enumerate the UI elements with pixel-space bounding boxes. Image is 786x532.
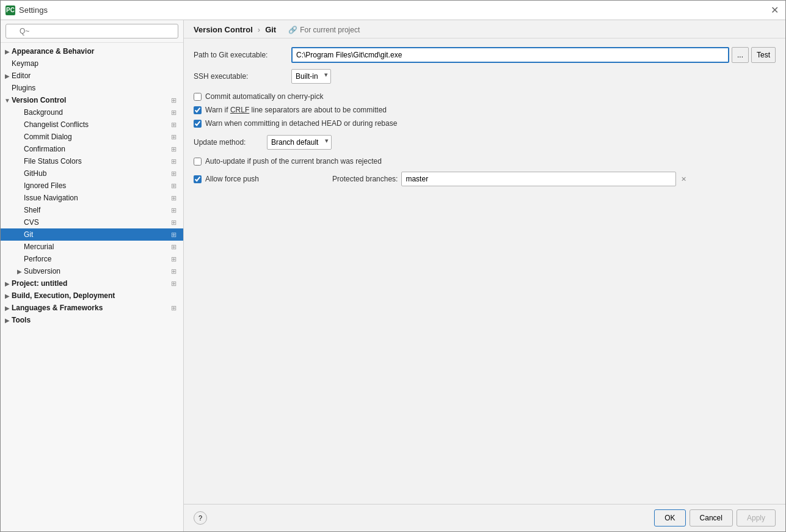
right-panel: Version Control › Git 🔗For current proje… — [184, 20, 785, 531]
copy-icon: ⊞ — [169, 304, 178, 312]
checkbox-auto-update-input[interactable] — [194, 158, 202, 166]
protected-branches-label: Protected branches: — [332, 175, 398, 183]
sidebar-item-plugins[interactable]: Plugins — [1, 82, 183, 94]
panel-header: Version Control › Git 🔗For current proje… — [184, 20, 785, 38]
arrow-icon: ▼ — [3, 97, 12, 104]
checkbox-crlf-input[interactable] — [194, 106, 202, 114]
protected-branches-section: Protected branches: ✕ — [332, 172, 686, 186]
force-push-section: Allow force push Protected branches: ✕ — [194, 172, 776, 186]
sidebar-item-build[interactable]: ▶ Build, Execution, Deployment — [1, 290, 183, 302]
checkbox-detached-head-label: Warn when committing in detached HEAD or… — [205, 119, 397, 128]
git-path-input[interactable] — [291, 47, 729, 63]
help-button[interactable]: ? — [194, 511, 207, 525]
test-button[interactable]: Test — [751, 47, 776, 63]
ssh-select-wrap: Built-in Native — [291, 69, 331, 84]
ssh-select[interactable]: Built-in Native — [291, 69, 331, 84]
sidebar-item-label: Mercurial — [24, 242, 169, 251]
checkbox-cherry-pick-input[interactable] — [194, 93, 202, 101]
copy-icon: ⊞ — [169, 206, 178, 214]
search-input[interactable] — [5, 24, 178, 38]
sidebar-item-label: Build, Execution, Deployment — [12, 291, 178, 300]
sidebar-item-changelist-conflicts[interactable]: Changelist Conflicts ⊞ — [1, 118, 183, 131]
sidebar-item-label: Perforce — [24, 255, 169, 263]
copy-icon: ⊞ — [169, 219, 178, 227]
ok-button[interactable]: OK — [654, 509, 685, 527]
sidebar-item-label: Subversion — [24, 267, 169, 275]
cancel-button[interactable]: Cancel — [690, 509, 733, 527]
sidebar-item-ignored-files[interactable]: Ignored Files ⊞ — [1, 180, 183, 192]
copy-icon: ⊞ — [169, 145, 178, 153]
update-method-row: Update method: Branch default Merge Reba… — [194, 135, 776, 150]
sidebar-item-label: File Status Colors — [24, 157, 169, 166]
arrow-icon: ▶ — [3, 317, 12, 324]
search-wrap: 🔍 — [5, 24, 178, 38]
sidebar-item-commit-dialog[interactable]: Commit Dialog ⊞ — [1, 131, 183, 143]
sidebar-item-label: Tools — [12, 316, 178, 324]
git-path-input-wrap: ... Test — [291, 47, 776, 63]
copy-icon: ⊞ — [169, 109, 178, 117]
protected-branches-input[interactable] — [401, 172, 676, 186]
sidebar-item-cvs[interactable]: CVS ⊞ — [1, 216, 183, 228]
arrow-icon: ▶ — [3, 293, 12, 299]
breadcrumb-sub: Git — [265, 25, 276, 34]
sidebar-item-mercurial[interactable]: Mercurial ⊞ — [1, 241, 183, 253]
checkbox-detached-head-input[interactable] — [194, 120, 202, 128]
sidebar-item-file-status-colors[interactable]: File Status Colors ⊞ — [1, 155, 183, 167]
clear-protected-icon[interactable]: ✕ — [681, 175, 686, 183]
sidebar-item-label: Project: untitled — [12, 279, 169, 288]
checkbox-force-push-input[interactable] — [194, 175, 202, 183]
sidebar-item-label: Git — [24, 230, 169, 239]
sidebar-item-label: Commit Dialog — [24, 133, 169, 141]
close-button[interactable]: ✕ — [768, 4, 781, 16]
copy-icon: ⊞ — [169, 121, 178, 129]
breadcrumb: Version Control › Git — [194, 25, 276, 34]
arrow-icon: ▶ — [3, 280, 12, 287]
sidebar-item-project[interactable]: ▶ Project: untitled ⊞ — [1, 277, 183, 290]
sidebar-item-label: Appearance & Behavior — [12, 47, 178, 56]
sidebar-item-keymap[interactable]: Keymap — [1, 57, 183, 70]
sidebar-item-git[interactable]: Git ⊞ — [1, 228, 183, 241]
sidebar-item-label: Keymap — [12, 59, 178, 68]
browse-button[interactable]: ... — [732, 47, 749, 63]
panel-body: Path to Git executable: ... Test SSH exe… — [184, 38, 785, 504]
checkbox-crlf-label: Warn if CRLF line separators are about t… — [205, 106, 387, 114]
ssh-label: SSH executable: — [194, 72, 291, 81]
copy-icon: ⊞ — [169, 133, 178, 141]
checkbox-crlf: Warn if CRLF line separators are about t… — [194, 106, 776, 114]
copy-icon: ⊞ — [169, 182, 178, 190]
sidebar-item-perforce[interactable]: Perforce ⊞ — [1, 253, 183, 265]
copy-icon: ⊞ — [169, 170, 178, 178]
sidebar-item-issue-navigation[interactable]: Issue Navigation ⊞ — [1, 192, 183, 204]
breadcrumb-root: Version Control — [194, 25, 253, 34]
copy-icon: ⊞ — [169, 231, 178, 239]
sidebar-item-github[interactable]: GitHub ⊞ — [1, 167, 183, 180]
copy-icon: ⊞ — [169, 158, 178, 166]
apply-button[interactable]: Apply — [737, 509, 776, 527]
copy-icon: ⊞ — [169, 268, 178, 275]
breadcrumb-separator: › — [258, 25, 260, 34]
sidebar-item-label: Issue Navigation — [24, 194, 169, 202]
sidebar-item-label: Languages & Frameworks — [12, 304, 169, 312]
settings-window: PC Settings ✕ 🔍 ▶ Appearance & Behavior — [0, 0, 786, 532]
sidebar-item-editor[interactable]: ▶ Editor — [1, 70, 183, 82]
arrow-icon: ▶ — [3, 48, 12, 55]
git-path-row: Path to Git executable: ... Test — [194, 47, 776, 63]
sidebar-item-version-control[interactable]: ▼ Version Control ⊞ — [1, 94, 183, 106]
sidebar-item-tools[interactable]: ▶ Tools — [1, 314, 183, 326]
footer: ? OK Cancel Apply — [184, 504, 785, 531]
app-icon-text: PC — [6, 7, 15, 13]
copy-icon: ⊞ — [169, 97, 178, 104]
checkbox-detached-head: Warn when committing in detached HEAD or… — [194, 119, 776, 128]
copy-icon: ⊞ — [169, 194, 178, 202]
sidebar-item-shelf[interactable]: Shelf ⊞ — [1, 204, 183, 216]
sidebar-item-appearance[interactable]: ▶ Appearance & Behavior — [1, 45, 183, 57]
sidebar-item-label: Ignored Files — [24, 181, 169, 190]
sidebar-item-confirmation[interactable]: Confirmation ⊞ — [1, 143, 183, 155]
titlebar-left: PC Settings — [5, 5, 48, 15]
update-method-select[interactable]: Branch default Merge Rebase — [267, 135, 332, 150]
sidebar-item-background[interactable]: Background ⊞ — [1, 106, 183, 118]
sidebar-item-subversion[interactable]: ▶ Subversion ⊞ — [1, 265, 183, 277]
sidebar-item-languages[interactable]: ▶ Languages & Frameworks ⊞ — [1, 302, 183, 314]
search-box: 🔍 — [1, 20, 183, 43]
sidebar-item-label: Editor — [12, 71, 178, 80]
